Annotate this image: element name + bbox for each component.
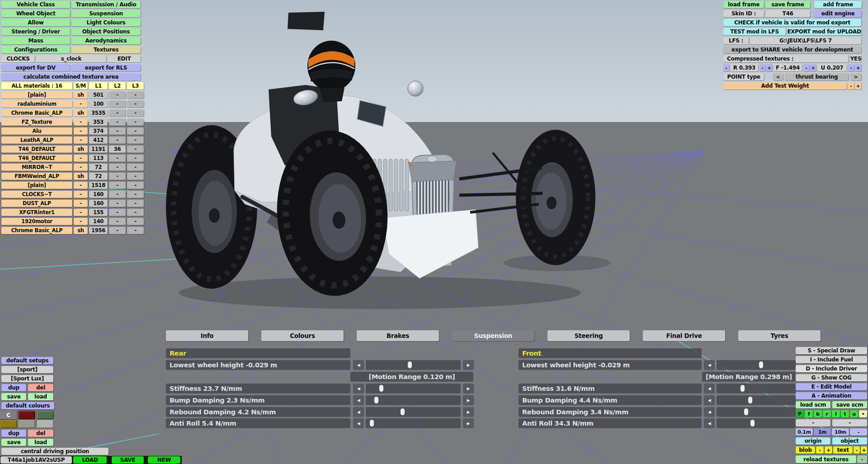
view-key-t[interactable]: t	[841, 410, 849, 417]
material-row-11-col-3[interactable]: -	[109, 191, 126, 198]
save-scm-button[interactable]: save scm	[832, 401, 867, 408]
setup-save-button[interactable]: save	[1, 393, 26, 400]
colour-swatch-2[interactable]	[0, 420, 17, 428]
material-row-0-col-4[interactable]: -	[127, 91, 144, 98]
material-row-2-col-2[interactable]: 3535	[89, 109, 108, 117]
susp-rear-inc-4[interactable]: ▶	[463, 418, 474, 428]
colour-swatch-3[interactable]	[18, 420, 35, 428]
material-row-12-col-2[interactable]: 160	[89, 200, 108, 207]
animation-button[interactable]: A - Animation	[796, 392, 867, 399]
susp-front-slider-4[interactable]	[717, 418, 796, 428]
material-row-5-col-3[interactable]: -	[109, 136, 126, 144]
calc-texture-area-button[interactable]: calculate combined texture area	[1, 73, 141, 80]
susp-rear-slider-1[interactable]	[366, 384, 461, 393]
export-mod-button[interactable]: EXPORT mod for UPLOAD	[787, 28, 861, 35]
default-setups-button[interactable]: default setups	[1, 357, 53, 364]
susp-rear-slider-2[interactable]	[366, 395, 461, 405]
slider-thumb[interactable]	[759, 361, 763, 368]
tab-brakes[interactable]: Brakes	[357, 330, 439, 341]
material-row-12-col-3[interactable]: -	[109, 200, 126, 207]
material-row-8-col-0[interactable]: MIRROR~T	[1, 164, 72, 171]
point-prev-button[interactable]: <	[773, 73, 783, 80]
material-row-10-col-2[interactable]: 1518	[89, 182, 108, 189]
colour-swatch-4[interactable]	[37, 420, 54, 428]
colour-del-button[interactable]: del	[28, 430, 53, 437]
default-colours-button[interactable]: default colours	[1, 402, 54, 409]
susp-rear-inc-0[interactable]: ▶	[463, 360, 474, 370]
point-next-button[interactable]: >	[850, 73, 861, 80]
material-row-6-col-1[interactable]: sh	[74, 145, 88, 153]
view-key-l[interactable]: l	[832, 410, 840, 417]
view-key-f[interactable]: f	[805, 410, 813, 417]
setup-item-sport[interactable]: [sport]	[1, 366, 53, 373]
test-weight-plus-button[interactable]: +	[855, 82, 861, 89]
material-row-7-col-0[interactable]: T46_DEFAULT	[1, 155, 72, 162]
material-row-8-col-2[interactable]: 72	[89, 164, 108, 171]
material-row-10-col-1[interactable]: -	[74, 182, 88, 189]
check-vehicle-button[interactable]: CHECK if vehicle is valid for mod export	[723, 19, 861, 26]
slider-thumb[interactable]	[370, 420, 374, 427]
material-row-9-col-0[interactable]: FBMWwind_ALP	[1, 173, 72, 180]
save-setup-button[interactable]: SAVE	[112, 456, 144, 464]
material-row-6-col-2[interactable]: 1191	[89, 145, 108, 153]
material-row-14-col-2[interactable]: 140	[89, 218, 108, 225]
material-row-6-col-0[interactable]: T46_DEFAULT	[1, 145, 72, 153]
material-row-10-col-4[interactable]: -	[127, 182, 144, 189]
central-driving-position-button[interactable]: central driving position	[1, 448, 108, 455]
slider-thumb[interactable]	[374, 397, 378, 403]
load-frame-button[interactable]: load frame	[723, 1, 764, 8]
material-row-8-col-3[interactable]: -	[109, 164, 126, 171]
u-plus-button[interactable]: +	[855, 64, 861, 71]
material-row-15-col-1[interactable]: sh	[74, 227, 88, 234]
susp-front-dec-2[interactable]: ◀	[704, 395, 715, 405]
test-weight-minus-button[interactable]: -	[848, 82, 854, 89]
susp-rear-dec-2[interactable]: ◀	[353, 395, 364, 405]
save-frame-button[interactable]: save frame	[765, 1, 810, 8]
origin-button[interactable]: origin	[796, 437, 830, 445]
export-for-dv-button[interactable]: export for DV	[1, 64, 70, 71]
test-mod-button[interactable]: TEST mod in LFS	[723, 28, 786, 35]
edit-engine-button[interactable]: edit engine	[814, 10, 862, 17]
compressed-textures-toggle[interactable]: YES	[850, 55, 861, 62]
material-row-9-col-4[interactable]: -	[127, 173, 144, 180]
material-row-13-col-4[interactable]: -	[127, 209, 144, 216]
slider-thumb[interactable]	[401, 408, 405, 415]
include-driver-toggle[interactable]: D - Include Driver	[796, 365, 867, 372]
slider-thumb[interactable]	[748, 397, 752, 403]
text-plus-button[interactable]: +	[861, 446, 867, 454]
material-row-9-col-3[interactable]: -	[109, 173, 126, 180]
material-row-3-col-2[interactable]: 353	[89, 118, 108, 126]
setup-del-button[interactable]: del	[28, 384, 53, 391]
show-cog-toggle[interactable]: G - Show COG	[796, 374, 867, 381]
material-row-15-col-4[interactable]: -	[127, 227, 144, 234]
material-row-3-col-3[interactable]: -	[109, 118, 126, 126]
material-row-1-col-3[interactable]: -	[109, 100, 126, 108]
grid-size-0-1m[interactable]: 0.1m	[796, 428, 813, 436]
edit-model-button[interactable]: E - Edit Model	[796, 383, 867, 390]
susp-front-dec-1[interactable]: ◀	[704, 384, 715, 393]
material-row-4-col-2[interactable]: 374	[89, 127, 108, 135]
material-row-1-col-1[interactable]: -	[74, 100, 88, 108]
clocks-button[interactable]: CLOCKS	[1, 55, 35, 62]
f-value[interactable]: F -1.494	[774, 64, 802, 71]
dash-button-1[interactable]: -	[796, 419, 830, 427]
slider-thumb[interactable]	[379, 385, 383, 392]
menu-item-aerodynamics[interactable]: Aerodynamics	[71, 37, 141, 44]
material-row-5-col-0[interactable]: LeathA_ALP	[1, 136, 72, 144]
colour-dup-button[interactable]: dup	[1, 430, 26, 437]
reload-textures-button[interactable]: reload textures	[796, 455, 856, 463]
slider-thumb[interactable]	[741, 385, 745, 392]
susp-rear-dec-1[interactable]: ◀	[353, 384, 364, 393]
s-clock-button[interactable]: s_clock	[36, 55, 106, 62]
material-row-13-col-3[interactable]: -	[109, 209, 126, 216]
new-setup-button[interactable]: NEW	[148, 456, 180, 464]
material-row-14-col-1[interactable]: -	[74, 218, 88, 225]
view-key-b[interactable]: b	[814, 410, 822, 417]
material-row-2-col-1[interactable]: sh	[74, 109, 88, 117]
material-row-4-col-0[interactable]: Alu	[1, 127, 72, 135]
material-row-8-col-1[interactable]: -	[74, 164, 88, 171]
susp-rear-slider-0[interactable]	[366, 360, 461, 370]
f-plus-button[interactable]: +	[810, 64, 816, 71]
material-row-6-col-3[interactable]: 36	[109, 145, 126, 153]
tab-suspension[interactable]: Suspension	[452, 330, 534, 341]
